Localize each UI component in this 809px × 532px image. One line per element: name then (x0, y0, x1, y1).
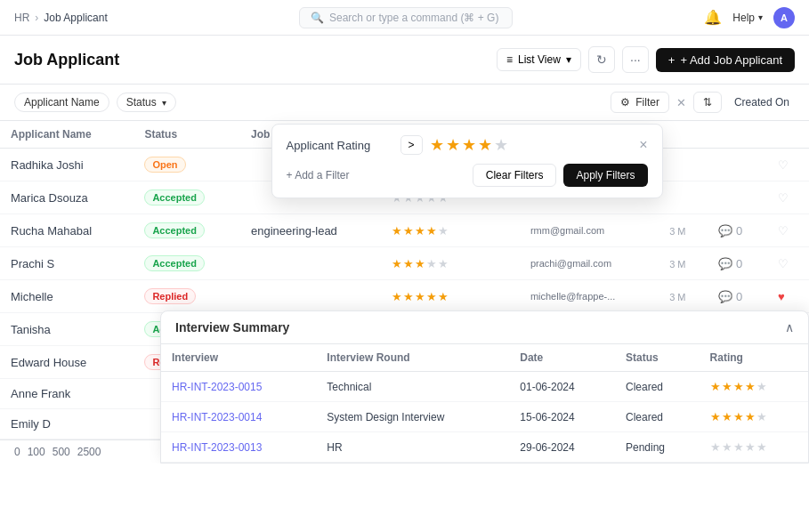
col-applicant-name: Applicant Name (0, 121, 133, 149)
star-5: ★ (438, 224, 449, 238)
help-button[interactable]: Help ▾ (732, 12, 763, 24)
interview-table-row[interactable]: HR-INT-2023-0013 HR 29-06-2024 Pending ★… (161, 432, 808, 463)
pagination-500[interactable]: 500 (53, 446, 70, 458)
star-5: ★ (756, 410, 767, 423)
interview-col-status: Status (615, 344, 700, 372)
star-1: ★ (392, 290, 402, 303)
clear-filters-button[interactable]: Clear Filters (473, 164, 557, 187)
cell-status: Replied (133, 280, 240, 313)
cell-heart[interactable]: ♡ (767, 247, 809, 280)
heart-icon[interactable]: ♡ (778, 224, 789, 238)
star-5[interactable]: ★ (494, 135, 508, 155)
table-row[interactable]: Rucha Mahabal Accepted engineering-lead … (0, 214, 809, 247)
list-view-button[interactable]: ≡ List View ▾ (497, 48, 581, 71)
filter-operator[interactable]: > (400, 135, 423, 155)
cell-comments[interactable]: 💬 0 (708, 214, 766, 247)
collapse-icon[interactable]: ∧ (785, 320, 794, 335)
interview-table-row[interactable]: HR-INT-2023-0014 System Design Interview… (161, 402, 808, 432)
filter-button[interactable]: ⚙ Filter (611, 92, 669, 113)
filter-bar: Applicant Name Status ▾ ⚙ Filter ✕ ⇅ Cre… (0, 85, 809, 121)
interview-cell-round: System Design Interview (316, 402, 509, 432)
avatar[interactable]: A (773, 7, 795, 28)
chevron-down-icon: ▾ (162, 98, 166, 108)
comment-icon[interactable]: 💬 0 (718, 257, 742, 270)
cell-name[interactable]: Edward House (0, 346, 133, 379)
cell-name[interactable]: Michelle (0, 280, 133, 313)
cell-comments[interactable]: 💬 0 (708, 280, 766, 313)
filter-close-icon[interactable]: × (639, 137, 647, 153)
cell-name[interactable]: Rucha Mahabal (0, 214, 133, 247)
breadcrumb-hr[interactable]: HR (14, 12, 29, 24)
cell-heart[interactable]: ♡ (767, 181, 809, 214)
bell-icon[interactable]: 🔔 (704, 9, 722, 26)
cell-name[interactable]: Prachi S (0, 247, 133, 280)
apply-filters-button[interactable]: Apply Filters (563, 164, 647, 187)
page-title: Job Applicant (14, 51, 119, 69)
filter-tag-status[interactable]: Status ▾ (117, 93, 176, 112)
star-5: ★ (756, 440, 767, 454)
add-job-applicant-button[interactable]: + + Add Job Applicant (656, 48, 795, 72)
table-row[interactable]: Prachi S Accepted ★★★★★ prachi@gmail.com… (0, 247, 809, 280)
cell-name[interactable]: Radhika Joshi (0, 149, 133, 181)
filter-popup: Applicant Rating > ★ ★ ★ ★ ★ × + Add a F… (271, 124, 663, 198)
cell-heart[interactable]: ♡ (767, 214, 809, 247)
cell-name[interactable]: Anne Frank (0, 379, 133, 409)
cell-rating: ★★★★★ (381, 247, 520, 280)
cell-comments[interactable]: 💬 0 (708, 247, 766, 280)
refresh-button[interactable]: ↻ (588, 46, 615, 73)
interview-cell-status: Cleared (615, 402, 700, 432)
interview-cell-status: Pending (615, 432, 700, 463)
heart-icon[interactable]: ♥ (778, 290, 785, 303)
star-2[interactable]: ★ (446, 135, 460, 155)
comment-icon[interactable]: 💬 0 (718, 224, 742, 238)
filter-stars[interactable]: ★ ★ ★ ★ ★ (430, 135, 508, 155)
interview-cell-date: 29-06-2024 (509, 432, 615, 463)
star-1: ★ (710, 380, 721, 393)
filter-popup-footer: + Add a Filter Clear Filters Apply Filte… (287, 164, 648, 187)
star-3[interactable]: ★ (462, 135, 476, 155)
refresh-icon: ↻ (596, 52, 607, 67)
filter-clear-icon[interactable]: ✕ (676, 96, 686, 109)
star-1: ★ (392, 257, 402, 270)
heart-icon[interactable]: ♡ (778, 158, 789, 172)
star-4[interactable]: ★ (478, 135, 492, 155)
cell-heart[interactable]: ♥ (767, 280, 809, 313)
heart-icon[interactable]: ♡ (778, 257, 789, 270)
topnav: HR › Job Applicant 🔍 Search or type a co… (0, 0, 809, 36)
cell-comments[interactable] (708, 149, 766, 181)
comment-icon[interactable]: 💬 0 (718, 290, 742, 303)
cell-name[interactable]: Marica Dsouza (0, 181, 133, 214)
interview-cell-date: 01-06-2024 (509, 372, 615, 402)
filter-actions: Clear Filters Apply Filters (473, 164, 648, 187)
topnav-right: 🔔 Help ▾ A (704, 7, 795, 28)
cell-comments[interactable] (708, 181, 766, 214)
cell-status: Accepted (133, 247, 240, 280)
cell-name[interactable]: Emily D (0, 409, 133, 439)
interview-cell-round: HR (316, 432, 509, 463)
cell-email: rmm@gmail.com (520, 214, 659, 247)
cell-heart[interactable]: ♡ (767, 149, 809, 181)
star-4: ★ (745, 410, 756, 423)
more-options-button[interactable]: ··· (622, 46, 649, 73)
ellipsis-icon: ··· (630, 52, 641, 67)
star-1: ★ (710, 410, 721, 423)
cell-email: michelle@frappe-... (520, 280, 659, 313)
interview-cell-id: HR-INT-2023-0013 (161, 432, 316, 463)
filter-tag-status-label: Status (126, 96, 157, 109)
pagination-0[interactable]: 0 (14, 446, 20, 458)
sort-button[interactable]: ⇅ (693, 92, 722, 113)
cell-name[interactable]: Tanisha (0, 313, 133, 346)
search-bar[interactable]: 🔍 Search or type a command (⌘ + G) (299, 7, 513, 28)
heart-icon[interactable]: ♡ (778, 191, 789, 205)
add-filter-link[interactable]: + Add a Filter (287, 169, 350, 181)
pagination-100[interactable]: 100 (28, 446, 45, 458)
created-on-button[interactable]: Created On (729, 93, 795, 112)
interview-table-row[interactable]: HR-INT-2023-0015 Technical 01-06-2024 Cl… (161, 372, 808, 402)
star-5: ★ (438, 257, 449, 270)
rating-stars: ★★★★★ (392, 290, 509, 303)
pagination-2500[interactable]: 2500 (77, 446, 101, 458)
table-row[interactable]: Michelle Replied ★★★★★ michelle@frappe-.… (0, 280, 809, 313)
status-badge: Accepted (144, 189, 205, 206)
filter-tag-applicant-name[interactable]: Applicant Name (14, 93, 109, 112)
star-1[interactable]: ★ (430, 135, 444, 155)
